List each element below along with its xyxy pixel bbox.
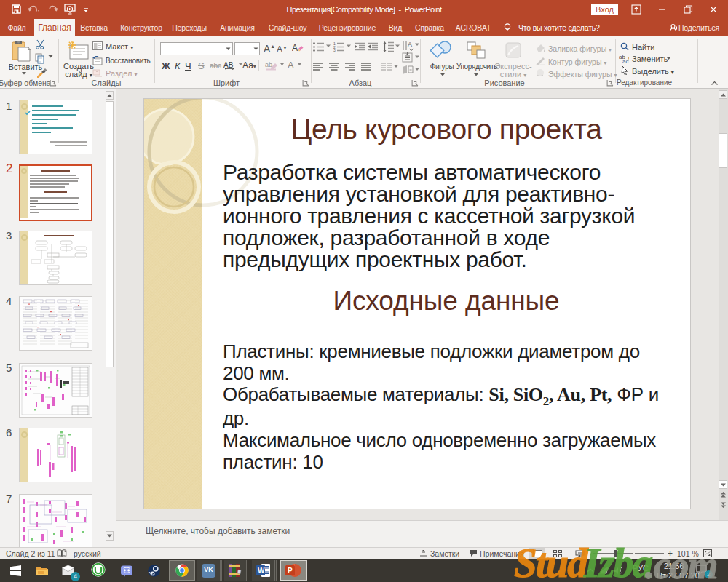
svg-text:W: W (258, 567, 265, 575)
svg-text:abc: abc (210, 62, 221, 70)
svg-text:ac: ac (622, 58, 628, 64)
svg-text:А: А (292, 43, 298, 53)
svg-text:Izba: Izba (583, 540, 653, 582)
svg-text:АВ: АВ (223, 61, 234, 69)
svg-text:.com: .com (645, 543, 716, 582)
svg-text:P: P (288, 567, 293, 575)
svg-text:А: А (288, 60, 294, 71)
svg-text:3: 3 (333, 48, 336, 52)
svg-text:А: А (408, 41, 412, 48)
svg-text:Stud: Stud (514, 540, 589, 582)
